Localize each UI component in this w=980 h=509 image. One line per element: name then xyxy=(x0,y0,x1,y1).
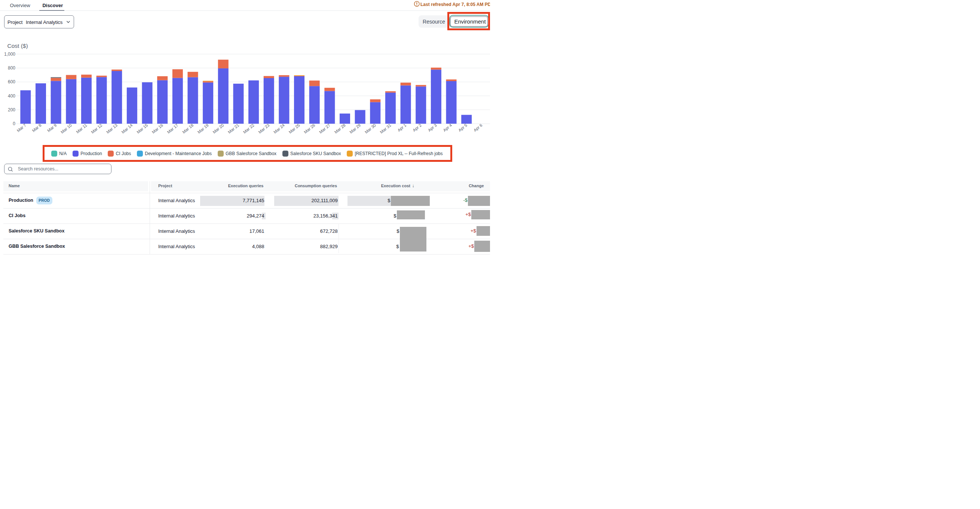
svg-text:Mar 17: Mar 17 xyxy=(166,123,179,135)
svg-text:Apr 6: Apr 6 xyxy=(473,123,483,133)
svg-text:Mar 28: Mar 28 xyxy=(334,123,346,135)
svg-text:0: 0 xyxy=(13,121,15,126)
svg-text:Mar 29: Mar 29 xyxy=(348,123,361,135)
svg-text:Mar 9: Mar 9 xyxy=(46,123,57,133)
svg-text:800: 800 xyxy=(8,65,15,71)
svg-text:Mar 16: Mar 16 xyxy=(151,123,164,135)
svg-text:Mar 19: Mar 19 xyxy=(197,123,210,135)
svg-text:1,000: 1,000 xyxy=(4,52,15,57)
svg-text:Mar 18: Mar 18 xyxy=(181,123,194,135)
svg-text:Mar 21: Mar 21 xyxy=(227,123,240,135)
svg-text:200: 200 xyxy=(8,107,15,113)
svg-text:Mar 24: Mar 24 xyxy=(273,123,285,135)
svg-text:Mar 10: Mar 10 xyxy=(60,123,73,135)
svg-text:Mar 20: Mar 20 xyxy=(212,123,224,135)
svg-text:600: 600 xyxy=(8,79,15,84)
svg-text:Mar 13: Mar 13 xyxy=(105,123,118,135)
svg-text:Apr 5: Apr 5 xyxy=(457,123,468,133)
svg-text:Mar 12: Mar 12 xyxy=(90,123,103,135)
svg-text:Mar 14: Mar 14 xyxy=(121,123,133,135)
svg-text:Apr 1: Apr 1 xyxy=(396,123,407,133)
svg-text:Mar 25: Mar 25 xyxy=(288,123,301,135)
svg-text:Mar 8: Mar 8 xyxy=(31,123,42,133)
svg-text:Mar 11: Mar 11 xyxy=(75,123,88,134)
svg-text:Mar 27: Mar 27 xyxy=(318,123,331,135)
svg-text:Apr 3: Apr 3 xyxy=(427,123,438,133)
svg-text:Mar 23: Mar 23 xyxy=(257,123,270,135)
svg-text:Mar 7: Mar 7 xyxy=(16,123,27,133)
svg-text:Apr 2: Apr 2 xyxy=(412,123,422,133)
svg-text:Mar 30: Mar 30 xyxy=(364,123,377,135)
svg-text:Apr 4: Apr 4 xyxy=(442,123,453,133)
svg-text:Mar 31: Mar 31 xyxy=(379,123,392,135)
svg-text:Mar 15: Mar 15 xyxy=(136,123,148,135)
svg-text:Mar 26: Mar 26 xyxy=(303,123,316,135)
svg-text:Mar 22: Mar 22 xyxy=(242,123,255,135)
svg-text:400: 400 xyxy=(8,94,15,99)
